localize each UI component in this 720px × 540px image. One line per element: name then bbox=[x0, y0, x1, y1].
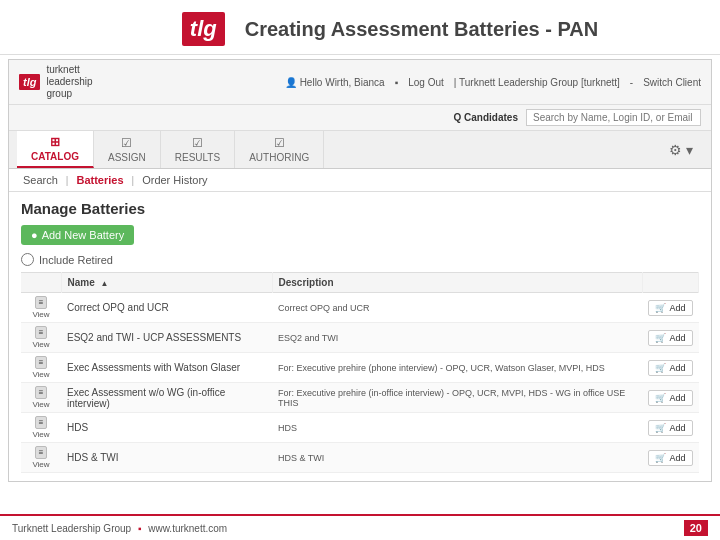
title-bar: tlg Creating Assessment Batteries - PAN bbox=[0, 0, 720, 55]
tab-assign[interactable]: ☑ ASSIGN bbox=[94, 131, 161, 168]
authoring-icon: ☑ bbox=[274, 136, 285, 150]
include-retired-row: Include Retired bbox=[21, 253, 699, 266]
assign-icon: ☑ bbox=[121, 136, 132, 150]
include-retired-label: Include Retired bbox=[39, 254, 113, 266]
app-logo: tlg bbox=[19, 74, 40, 90]
view-icon: ≡ bbox=[35, 326, 48, 339]
view-icon: ≡ bbox=[35, 386, 48, 399]
sub-nav: Search | Batteries | Order History bbox=[9, 169, 711, 192]
tab-results[interactable]: ☑ RESULTS bbox=[161, 131, 235, 168]
add-row-button[interactable]: 🛒 Add bbox=[648, 330, 692, 346]
footer-sep: ▪ bbox=[138, 523, 142, 534]
tab-results-label: RESULTS bbox=[175, 152, 220, 163]
view-button[interactable]: ≡ View bbox=[27, 356, 55, 379]
subnav-search[interactable]: Search bbox=[19, 173, 62, 187]
app-topbar: tlg turknett leadership group 👤 Hello Wi… bbox=[9, 60, 711, 105]
subnav-order-history[interactable]: Order History bbox=[138, 173, 211, 187]
footer-text: Turknett Leadership Group ▪ www.turknett… bbox=[12, 523, 227, 534]
row-description: For: Executive prehire (in-office interv… bbox=[272, 383, 642, 413]
cart-icon: 🛒 bbox=[655, 393, 666, 403]
app-topbar-right: 👤 Hello Wirth, Bianca ▪ Log Out | Turkne… bbox=[285, 77, 701, 88]
app-footer: Turknett Leadership Group ▪ www.turknett… bbox=[0, 514, 720, 540]
row-description: HDS & TWI bbox=[272, 443, 642, 473]
view-button[interactable]: ≡ View bbox=[27, 416, 55, 439]
batteries-table: Name ▲ Description ≡ View Correct OPQ an… bbox=[21, 272, 699, 473]
row-name: HDS & TWI bbox=[61, 443, 272, 473]
tab-assign-label: ASSIGN bbox=[108, 152, 146, 163]
page-title: Creating Assessment Batteries - PAN bbox=[245, 18, 598, 41]
view-icon: ≡ bbox=[35, 416, 48, 429]
search-input[interactable] bbox=[526, 109, 701, 126]
view-label: View bbox=[32, 310, 49, 319]
view-label: View bbox=[32, 430, 49, 439]
table-row: ≡ View Correct OPQ and UCR Correct OPQ a… bbox=[21, 293, 699, 323]
org-name: turknett leadership group bbox=[46, 64, 92, 100]
candidates-label: Q Candidates bbox=[454, 112, 518, 123]
row-name: HDS bbox=[61, 413, 272, 443]
tab-catalog-label: CATALOG bbox=[31, 151, 79, 162]
org-info: | Turknett Leadership Group [turknett] bbox=[454, 77, 620, 88]
subnav-batteries[interactable]: Batteries bbox=[72, 173, 127, 187]
results-icon: ☑ bbox=[192, 136, 203, 150]
main-logo: tlg bbox=[182, 12, 225, 46]
table-row: ≡ View Exec Assessment w/o WG (in-office… bbox=[21, 383, 699, 413]
view-button[interactable]: ≡ View bbox=[27, 386, 55, 409]
catalog-icon: ⊞ bbox=[50, 135, 60, 149]
logout-link[interactable]: Log Out bbox=[408, 77, 444, 88]
col-action bbox=[642, 273, 698, 293]
add-row-button[interactable]: 🛒 Add bbox=[648, 300, 692, 316]
settings-gear[interactable]: ⚙ ▾ bbox=[659, 131, 703, 168]
add-row-button[interactable]: 🛒 Add bbox=[648, 360, 692, 376]
main-content: Manage Batteries ● Add New Battery Inclu… bbox=[9, 192, 711, 481]
cart-icon: 🛒 bbox=[655, 453, 666, 463]
view-label: View bbox=[32, 400, 49, 409]
view-label: View bbox=[32, 460, 49, 469]
search-row: Q Candidates bbox=[9, 105, 711, 131]
view-icon: ≡ bbox=[35, 446, 48, 459]
cart-icon: 🛒 bbox=[655, 303, 666, 313]
row-description: Correct OPQ and UCR bbox=[272, 293, 642, 323]
switch-client-link[interactable]: Switch Client bbox=[643, 77, 701, 88]
add-row-button[interactable]: 🛒 Add bbox=[648, 390, 692, 406]
table-row: ≡ View ESQ2 and TWI - UCP ASSESSMENTS ES… bbox=[21, 323, 699, 353]
add-row-button[interactable]: 🛒 Add bbox=[648, 450, 692, 466]
view-button[interactable]: ≡ View bbox=[27, 296, 55, 319]
tab-authoring-label: AUTHORING bbox=[249, 152, 309, 163]
col-description: Description bbox=[272, 273, 642, 293]
add-battery-button[interactable]: ● Add New Battery bbox=[21, 225, 134, 245]
plus-icon: ● bbox=[31, 229, 38, 241]
table-row: ≡ View HDS & TWI HDS & TWI 🛒 Add bbox=[21, 443, 699, 473]
col-view bbox=[21, 273, 61, 293]
view-button[interactable]: ≡ View bbox=[27, 326, 55, 349]
table-row: ≡ View Exec Assessments with Watson Glas… bbox=[21, 353, 699, 383]
sort-arrow: ▲ bbox=[101, 279, 109, 288]
row-description: ESQ2 and TWI bbox=[272, 323, 642, 353]
view-label: View bbox=[32, 370, 49, 379]
footer-url: www.turknett.com bbox=[148, 523, 227, 534]
table-row: ≡ View HDS HDS 🛒 Add bbox=[21, 413, 699, 443]
user-greeting: 👤 Hello Wirth, Bianca bbox=[285, 77, 385, 88]
nav-tabs: ⊞ CATALOG ☑ ASSIGN ☑ RESULTS ☑ AUTHORING… bbox=[9, 131, 711, 169]
tab-authoring[interactable]: ☑ AUTHORING bbox=[235, 131, 324, 168]
page-number: 20 bbox=[684, 520, 708, 536]
row-description: HDS bbox=[272, 413, 642, 443]
view-button[interactable]: ≡ View bbox=[27, 446, 55, 469]
logout-sep: ▪ bbox=[395, 77, 399, 88]
cart-icon: 🛒 bbox=[655, 423, 666, 433]
row-name: Exec Assessments with Watson Glaser bbox=[61, 353, 272, 383]
client-sep: - bbox=[630, 77, 633, 88]
app-frame: tlg turknett leadership group 👤 Hello Wi… bbox=[8, 59, 712, 482]
add-row-button[interactable]: 🛒 Add bbox=[648, 420, 692, 436]
cart-icon: 🛒 bbox=[655, 363, 666, 373]
row-name: ESQ2 and TWI - UCP ASSESSMENTS bbox=[61, 323, 272, 353]
include-retired-radio[interactable] bbox=[21, 253, 34, 266]
manage-batteries-title: Manage Batteries bbox=[21, 200, 699, 217]
col-name: Name ▲ bbox=[61, 273, 272, 293]
view-label: View bbox=[32, 340, 49, 349]
cart-icon: 🛒 bbox=[655, 333, 666, 343]
view-icon: ≡ bbox=[35, 356, 48, 369]
row-description: For: Executive prehire (phone interview)… bbox=[272, 353, 642, 383]
tab-catalog[interactable]: ⊞ CATALOG bbox=[17, 131, 94, 168]
footer-org: Turknett Leadership Group bbox=[12, 523, 131, 534]
app-topbar-left: tlg turknett leadership group bbox=[19, 64, 93, 100]
